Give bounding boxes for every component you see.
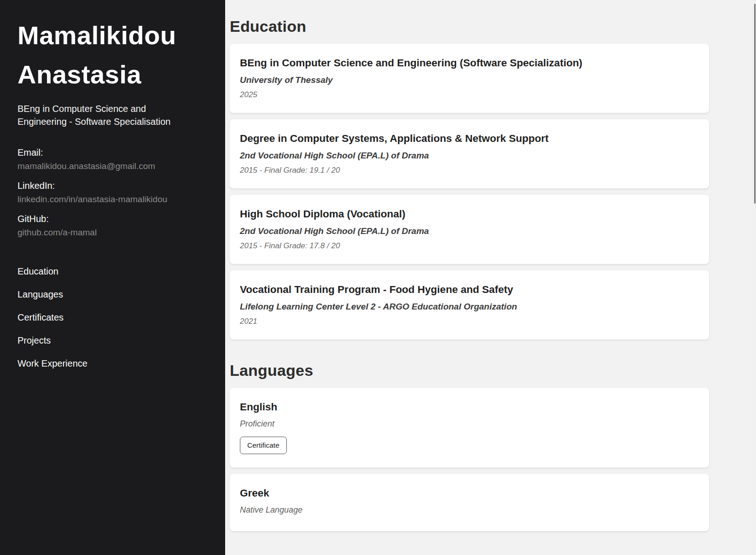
education-institution: University of Thessaly <box>240 75 699 85</box>
language-name: Greek <box>240 487 699 499</box>
language-card-english: English Proficient Certificate <box>230 388 709 467</box>
scrollbar-track[interactable] <box>752 0 756 555</box>
language-card-greek: Greek Native Language <box>230 474 709 531</box>
sidebar-item-languages[interactable]: Languages <box>17 289 63 299</box>
education-meta: 2015 - Final Grade: 17.8 / 20 <box>240 241 699 251</box>
profile-subtitle: BEng in Computer Science and Engineering… <box>17 102 180 128</box>
contact-email-value[interactable]: mamalikidou.anastasia@gmail.com <box>17 161 208 171</box>
scrollbar-thumb[interactable] <box>754 4 756 204</box>
education-title: Degree in Computer Systems, Applications… <box>240 133 699 145</box>
cv-page: Mamalikidou Anastasia BEng in Computer S… <box>0 0 756 555</box>
contact-email-label: Email: <box>17 147 208 158</box>
contact-linkedin: LinkedIn: linkedin.com/in/anastasia-mama… <box>17 181 208 204</box>
education-card: Vocational Training Program - Food Hygie… <box>230 270 709 339</box>
education-meta: 2021 <box>240 317 699 326</box>
sidebar: Mamalikidou Anastasia BEng in Computer S… <box>0 0 225 555</box>
sidebar-nav: Education Languages Certificates Project… <box>17 266 208 369</box>
education-heading: Education <box>230 18 709 35</box>
contact-list: Email: mamalikidou.anastasia@gmail.com L… <box>17 147 208 238</box>
education-title: BEng in Computer Science and Engineering… <box>240 57 699 69</box>
language-level: Proficient <box>240 419 699 429</box>
sidebar-item-work-experience[interactable]: Work Experience <box>17 358 87 368</box>
contact-linkedin-value[interactable]: linkedin.com/in/anastasia-mamalikidou <box>17 194 208 204</box>
contact-github-label: GitHub: <box>17 214 208 224</box>
education-card: High School Diploma (Vocational) 2nd Voc… <box>230 195 709 264</box>
education-title: High School Diploma (Vocational) <box>240 208 699 220</box>
sidebar-item-certificates[interactable]: Certificates <box>17 312 64 322</box>
contact-github-value[interactable]: github.com/a-mamal <box>17 228 208 238</box>
education-institution: 2nd Vocational High School (EPA.L) of Dr… <box>240 151 699 161</box>
certificate-button[interactable]: Certificate <box>240 437 287 454</box>
education-meta: 2015 - Final Grade: 19.1 / 20 <box>240 166 699 175</box>
main-content: Education BEng in Computer Science and E… <box>225 0 756 555</box>
education-card: Degree in Computer Systems, Applications… <box>230 119 709 188</box>
contact-github: GitHub: github.com/a-mamal <box>17 214 208 238</box>
language-level: Native Language <box>240 505 699 515</box>
contact-linkedin-label: LinkedIn: <box>17 181 208 191</box>
sidebar-item-education[interactable]: Education <box>17 266 58 276</box>
languages-heading: Languages <box>230 362 709 380</box>
sidebar-item-projects[interactable]: Projects <box>17 335 51 345</box>
education-title: Vocational Training Program - Food Hygie… <box>240 284 699 296</box>
education-institution: 2nd Vocational High School (EPA.L) of Dr… <box>240 226 699 236</box>
education-meta: 2025 <box>240 90 699 99</box>
profile-name: Mamalikidou Anastasia <box>17 16 206 94</box>
education-card: BEng in Computer Science and Engineering… <box>230 44 709 113</box>
contact-email: Email: mamalikidou.anastasia@gmail.com <box>17 147 208 171</box>
language-name: English <box>240 401 699 413</box>
education-institution: Lifelong Learning Center Level 2 - ARGO … <box>240 302 699 312</box>
